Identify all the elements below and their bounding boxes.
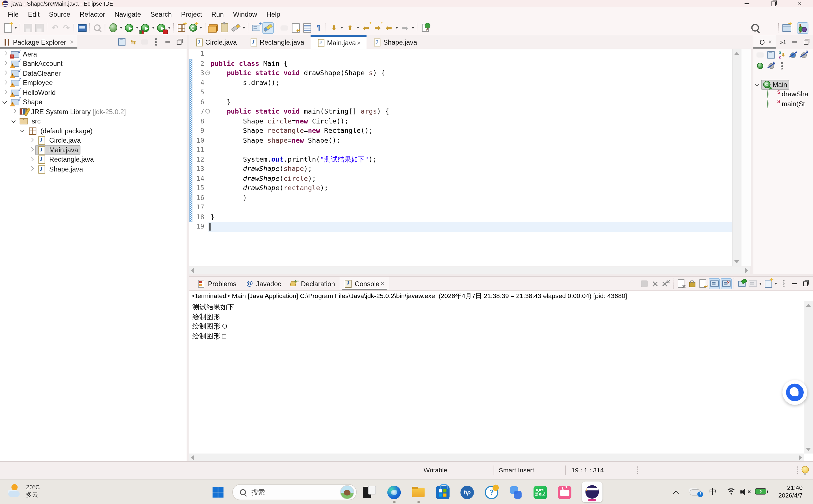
profile-icon[interactable] (156, 23, 166, 33)
outline-item-main-st[interactable]: Smain(St (753, 99, 813, 108)
chevron-down-icon[interactable] (21, 129, 25, 133)
tree-item-shape[interactable]: JShape (0, 97, 187, 107)
chevron-right-icon[interactable] (3, 62, 7, 66)
pin-editor-icon[interactable] (420, 23, 430, 33)
restore-button[interactable] (760, 0, 787, 7)
minimize-outline-icon[interactable] (790, 37, 799, 47)
menu-item-search[interactable]: Search (146, 10, 177, 18)
console-horizontal-scrollbar[interactable] (189, 453, 804, 461)
console-scroll-left-icon[interactable] (191, 455, 194, 460)
back-icon[interactable]: ⬅ (384, 23, 394, 33)
chevron-right-icon[interactable] (3, 71, 7, 75)
menu-item-window[interactable]: Window (228, 10, 262, 18)
overview-ruler[interactable] (741, 49, 751, 266)
link-editor-icon[interactable] (279, 23, 289, 33)
tree-item-src[interactable]: src (0, 116, 187, 126)
debug-icon[interactable] (108, 23, 118, 33)
onedrive-icon[interactable]: i (690, 488, 701, 496)
save-icon[interactable] (23, 23, 33, 33)
chevron-down-icon[interactable] (3, 100, 7, 104)
open-type-icon[interactable] (208, 23, 218, 33)
new-wizard-icon[interactable] (3, 23, 13, 33)
collapse-fold-icon[interactable]: − (205, 71, 210, 75)
taskbar-clock[interactable]: 21:40 2026/4/7 (775, 484, 803, 500)
terminate-icon[interactable] (639, 279, 649, 288)
battery-icon[interactable] (755, 488, 766, 494)
volume-muted-icon[interactable]: × (740, 488, 751, 496)
tree-item-datacleaner[interactable]: JDataCleaner (0, 68, 187, 78)
chevron-right-icon[interactable] (30, 157, 34, 162)
code-editor[interactable]: 12public class Main {3− public static vo… (189, 49, 732, 266)
chevron-right-icon[interactable] (30, 138, 34, 142)
tree-item-helloworld[interactable]: JHelloWorld (0, 88, 187, 97)
tree-item-bankaccount[interactable]: JBankAccount (0, 59, 187, 68)
hide-static-members-icon[interactable]: S (799, 50, 808, 60)
menu-item-source[interactable]: Source (44, 10, 75, 18)
pin-console-icon[interactable] (737, 279, 747, 288)
outline-item-drawsha[interactable]: SdrawSha (753, 90, 813, 99)
ime-indicator[interactable]: 中 (709, 487, 717, 497)
editor-vertical-scrollbar[interactable] (732, 49, 742, 266)
chevron-right-icon[interactable] (3, 90, 7, 95)
next-edit-location-icon[interactable]: ➡ (372, 23, 383, 33)
chevron-right-icon[interactable] (30, 167, 34, 171)
maximize-view-icon[interactable] (174, 37, 183, 47)
scroll-lock-icon[interactable] (687, 279, 697, 288)
next-annotation-icon[interactable]: ⬇ (329, 23, 339, 33)
menu-item-edit[interactable]: Edit (23, 10, 44, 18)
tree-item-main-java[interactable]: Main.java (0, 145, 187, 155)
console-view-menu-icon[interactable] (779, 279, 789, 288)
new-dropdown-icon[interactable]: ▾ (14, 25, 18, 30)
close-button[interactable]: × (786, 0, 813, 7)
outline-view-menu-icon[interactable] (777, 61, 786, 71)
word-wrap-console-icon[interactable]: ↵ (698, 279, 708, 288)
close-console-tab-icon[interactable]: × (380, 280, 384, 287)
run-dropdown-icon[interactable]: ▾ (135, 25, 140, 30)
chevron-down-icon[interactable] (12, 119, 16, 123)
minimize-button[interactable] (734, 0, 760, 7)
editor-tab-main-java[interactable]: Main.java× (310, 35, 367, 49)
console-output[interactable]: 测试结果如下绘制图形绘制图形 O绘制图形 □ (189, 301, 804, 453)
redo-icon[interactable]: ↷ (61, 23, 72, 33)
chevron-right-icon[interactable] (12, 110, 16, 114)
sort-icon[interactable]: az⬇ (777, 50, 786, 60)
show-console-stderr-icon[interactable] (721, 278, 732, 289)
console-tab-problems[interactable]: Problems (193, 277, 241, 290)
view-menu-icon[interactable] (151, 37, 161, 47)
collapse-all-icon[interactable] (117, 37, 127, 47)
console-scroll-right-icon[interactable] (799, 455, 802, 460)
previous-annotation-dropdown-icon[interactable]: ▾ (356, 25, 361, 30)
editor-tab-circle-java[interactable]: Circle.java (189, 35, 243, 49)
editor-tab-shape-java[interactable]: Shape.java (367, 35, 423, 49)
run-icon[interactable] (124, 23, 135, 33)
remove-all-terminated-icon[interactable]: ✕✕ (661, 279, 671, 288)
coverage-dropdown-icon[interactable]: ▾ (151, 25, 156, 30)
show-blocks-icon[interactable] (302, 23, 312, 33)
clear-console-icon[interactable]: ✕ (676, 279, 686, 288)
outline-item-main[interactable]: CMain (753, 80, 813, 90)
forward-icon[interactable]: ➡ (400, 23, 410, 33)
word-wrap-icon[interactable]: ↵ (290, 23, 301, 33)
clipboard-icon[interactable] (219, 23, 230, 33)
new-java-project-icon[interactable] (176, 23, 187, 33)
new-class-dropdown-icon[interactable]: ▾ (199, 25, 203, 30)
console-tab-declaration[interactable]: Declaration (286, 277, 340, 290)
chevron-right-icon[interactable] (3, 52, 7, 56)
show-whitespace-icon[interactable]: ¶ (313, 23, 324, 33)
focus-icon[interactable] (140, 37, 149, 47)
outline-tab[interactable]: O × (753, 35, 776, 49)
console-scroll-up-icon[interactable] (806, 304, 811, 307)
tree-item-circle-java[interactable]: Circle.java (0, 136, 187, 145)
tray-chevron-icon[interactable] (674, 490, 679, 495)
scroll-down-icon[interactable] (734, 260, 739, 263)
focus-outline-icon[interactable] (755, 50, 765, 60)
chevron-right-icon[interactable] (3, 81, 7, 85)
forward-dropdown-icon[interactable]: ▾ (411, 25, 415, 30)
last-edit-location-icon[interactable]: ⬅ (361, 23, 371, 33)
menu-item-project[interactable]: Project (176, 10, 207, 18)
open-task-icon[interactable] (77, 23, 87, 33)
tree-item-aera[interactable]: J×Aera (0, 49, 187, 59)
coverage-icon[interactable] (140, 23, 150, 33)
collapse-fold-icon[interactable]: − (205, 109, 210, 114)
save-all-icon[interactable] (34, 23, 45, 33)
